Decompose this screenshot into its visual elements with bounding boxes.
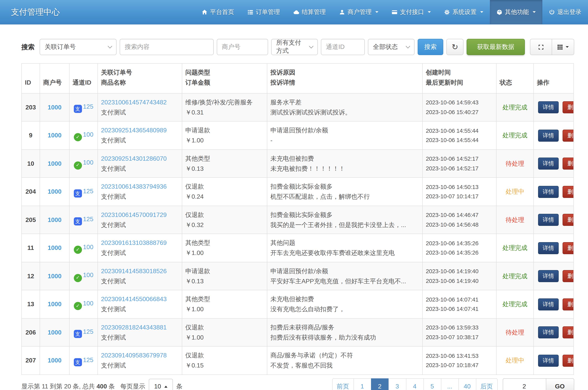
- nav-item-home[interactable]: 平台首页: [195, 0, 241, 24]
- created-time: 2023-10-06 14:59:43: [426, 98, 493, 107]
- page-next[interactable]: 后页: [476, 378, 497, 390]
- cloud-icon: [293, 9, 299, 15]
- row-id: 10: [27, 160, 34, 167]
- channel-link[interactable]: ✓100: [74, 131, 93, 138]
- nav-item-power[interactable]: 退出登录: [542, 0, 588, 24]
- page-prev[interactable]: 前页: [332, 378, 354, 390]
- channel-link[interactable]: ✓100: [74, 159, 93, 166]
- detail-button[interactable]: 详情: [538, 298, 559, 310]
- channel-input[interactable]: [326, 44, 360, 50]
- delete-button[interactable]: 删除: [563, 326, 574, 338]
- merchant-link[interactable]: 1000: [48, 301, 61, 307]
- go-button[interactable]: GO: [546, 378, 574, 390]
- order-link[interactable]: 2023092818244343881: [101, 324, 167, 331]
- status-text: 待处理: [506, 329, 524, 336]
- page-number[interactable]: 2: [371, 378, 389, 390]
- channel-link[interactable]: ✓100: [74, 244, 93, 250]
- merchant-link[interactable]: 1000: [48, 357, 61, 364]
- order-link[interactable]: 2023091409583679978: [101, 352, 167, 359]
- channel-link[interactable]: ✓100: [74, 300, 93, 307]
- fullscreen-button[interactable]: [530, 39, 552, 55]
- merchant-link[interactable]: 1000: [48, 329, 61, 336]
- order-link[interactable]: 2023100614570091729: [101, 211, 167, 218]
- payment-admin-page: 支付管理中心 平台首页 订单管理 结算管理 商户管理 支付接口 系统设置 其他功…: [0, 0, 588, 390]
- delete-button[interactable]: 删除: [563, 157, 574, 170]
- nav-item-gear[interactable]: 系统设置: [437, 0, 490, 24]
- delete-button[interactable]: 删除: [563, 129, 574, 142]
- delete-button[interactable]: 删除: [563, 214, 574, 226]
- nav-item-cloud[interactable]: 结算管理: [287, 0, 332, 24]
- detail-button[interactable]: 详情: [538, 242, 559, 254]
- created-time: 2023-10-06 14:55:44: [426, 126, 493, 136]
- detail-button[interactable]: 详情: [538, 129, 559, 142]
- complaint-detail: 不发货，客服也不回我: [270, 360, 419, 371]
- channel-link[interactable]: 支125: [74, 188, 93, 194]
- page-number[interactable]: 1: [353, 378, 371, 390]
- created-time: 2023-10-06 14:52:17: [426, 154, 493, 164]
- updated-time: 2023-10-07 10:18:47: [426, 360, 493, 370]
- detail-button[interactable]: 详情: [538, 354, 559, 367]
- jump-page-input[interactable]: [503, 378, 546, 390]
- user-icon: [339, 9, 345, 15]
- nav-item-user[interactable]: 商户管理: [332, 0, 385, 24]
- detail-button[interactable]: 详情: [538, 101, 559, 113]
- order-link[interactable]: 2023100614574743482: [101, 99, 167, 105]
- delete-button[interactable]: 删除: [563, 101, 574, 113]
- table-row: 12 1000 ✓100 2023091414583018526支付测试 申请退…: [22, 262, 574, 290]
- merchant-link[interactable]: 1000: [48, 188, 61, 195]
- page-size-select[interactable]: 10: [149, 379, 173, 390]
- detail-button[interactable]: 详情: [538, 186, 559, 198]
- order-link[interactable]: 2023091414550066843: [101, 296, 167, 302]
- page-number[interactable]: 3: [388, 378, 406, 390]
- merchant-link[interactable]: 1000: [48, 216, 61, 223]
- table-row: 10 1000 ✓100 2023092514301286070支付测试 其他类…: [22, 149, 574, 178]
- merchant-link[interactable]: 1000: [48, 160, 61, 167]
- issue-type: 仅退款: [185, 210, 264, 220]
- delete-button[interactable]: 删除: [563, 186, 574, 198]
- created-time: 2023-10-06 14:50:13: [426, 182, 493, 192]
- search-field-select[interactable]: 关联订单号: [40, 39, 117, 55]
- merchant-link[interactable]: 1000: [48, 104, 61, 110]
- search-content-input[interactable]: [125, 44, 209, 50]
- paytype-select[interactable]: 所有支付方式: [271, 39, 318, 55]
- refresh-button[interactable]: ↻: [446, 39, 464, 55]
- nav-item-cube[interactable]: 其他功能: [490, 0, 542, 24]
- channel-link[interactable]: 支125: [74, 103, 93, 110]
- nav-item-list[interactable]: 订单管理: [241, 0, 287, 24]
- channel-link[interactable]: ✓100: [74, 272, 93, 278]
- merchant-input[interactable]: [222, 44, 263, 50]
- page-number[interactable]: 40: [458, 378, 476, 390]
- app-title[interactable]: 支付管理中心: [0, 0, 71, 24]
- search-button[interactable]: 搜索: [418, 39, 443, 55]
- order-link[interactable]: 2023091414583018526: [101, 268, 167, 274]
- merchant-link[interactable]: 1000: [48, 244, 61, 251]
- delete-button[interactable]: 删除: [563, 298, 574, 310]
- order-link[interactable]: 2023100614383794936: [101, 183, 167, 190]
- merchant-link[interactable]: 1000: [48, 273, 61, 279]
- order-link[interactable]: 2023092514301286070: [101, 155, 167, 162]
- delete-button[interactable]: 删除: [563, 354, 574, 367]
- page-ellipsis[interactable]: ...: [441, 378, 459, 390]
- delete-button[interactable]: 删除: [563, 242, 574, 254]
- status-select[interactable]: 全部状态: [368, 39, 414, 55]
- chevron-down-icon: [406, 44, 410, 49]
- detail-button[interactable]: 详情: [538, 270, 559, 282]
- detail-button[interactable]: 详情: [538, 326, 559, 338]
- fetch-latest-button[interactable]: 获取最新数据: [467, 39, 525, 55]
- channel-link[interactable]: 支125: [74, 328, 93, 335]
- columns-grid-icon: [557, 44, 563, 50]
- detail-button[interactable]: 详情: [538, 214, 559, 226]
- merchant-link[interactable]: 1000: [48, 132, 61, 139]
- channel-link[interactable]: 支125: [74, 356, 93, 363]
- detail-button[interactable]: 详情: [538, 157, 559, 170]
- order-link[interactable]: 2023092514365480989: [101, 127, 167, 134]
- complaint-reason: 扣费金额比实际金额多: [270, 182, 419, 192]
- channel-link[interactable]: 支125: [74, 216, 93, 222]
- status-text: 处理完成: [503, 301, 528, 307]
- columns-button[interactable]: [552, 39, 574, 55]
- delete-button[interactable]: 删除: [563, 270, 574, 282]
- page-number[interactable]: 5: [423, 378, 441, 390]
- nav-item-card[interactable]: 支付接口: [385, 0, 437, 24]
- page-number[interactable]: 4: [406, 378, 424, 390]
- order-link[interactable]: 2023091613103888769: [101, 240, 167, 246]
